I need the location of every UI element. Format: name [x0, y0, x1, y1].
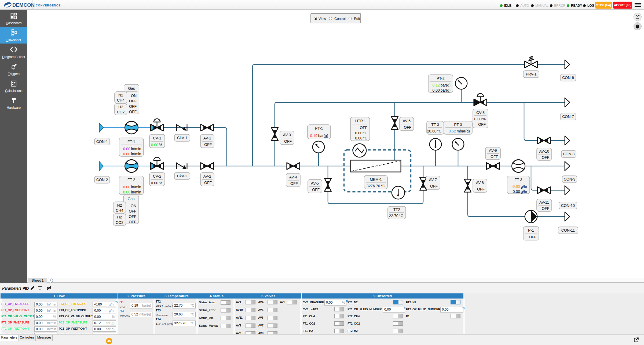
svg-text:OFF: OFF	[542, 206, 549, 211]
svg-text:PT-2: PT-2	[437, 76, 445, 81]
svg-text:0.00 %: 0.00 %	[151, 181, 162, 185]
svg-text:DEMCON: DEMCON	[12, 2, 35, 8]
svg-text:AV-8: AV-8	[476, 181, 484, 185]
svg-text:OFF: OFF	[430, 184, 438, 188]
svg-text:CO2: CO2	[116, 220, 123, 225]
svg-text:AV-6: AV-6	[403, 119, 411, 123]
svg-text:CON-7: CON-7	[562, 114, 574, 119]
svg-text:TT2: TT2	[393, 207, 400, 212]
svg-text:ON: ON	[131, 94, 137, 98]
svg-text:OFF: OFF	[404, 125, 411, 130]
svg-text:OFF: OFF	[290, 181, 298, 186]
svg-text:OFF: OFF	[204, 142, 212, 147]
svg-text:OFF: OFF	[129, 104, 137, 109]
svg-text:FT-3: FT-3	[515, 178, 522, 182]
svg-text:AV-7: AV-7	[429, 178, 437, 182]
svg-text:0.00 bar(g): 0.00 bar(g)	[433, 88, 451, 92]
svg-text:0.00 ln/min: 0.00 ln/min	[123, 190, 141, 194]
svg-text:CON-8: CON-8	[563, 152, 575, 156]
svg-text:OFF: OFF	[129, 209, 136, 213]
svg-text:PT-3: PT-3	[454, 123, 462, 127]
svg-text:CON-2: CON-2	[96, 178, 108, 182]
svg-text:PRV-1: PRV-1	[526, 72, 536, 76]
svg-text:Gas: Gas	[128, 197, 135, 201]
svg-text:0.00 ln/min: 0.00 ln/min	[123, 185, 141, 189]
svg-text:0.00 %: 0.00 %	[151, 143, 162, 147]
svg-text:0.00 ln/min: 0.00 ln/min	[123, 147, 141, 151]
svg-text:OFF: OFF	[129, 110, 137, 114]
svg-text:CV-2: CV-2	[153, 174, 161, 178]
svg-text:OFF: OFF	[129, 220, 136, 224]
svg-text:OFF: OFF	[360, 125, 367, 130]
svg-text:0.19 bar(g): 0.19 bar(g)	[310, 134, 328, 138]
svg-text:OFF: OFF	[204, 181, 212, 185]
svg-text:HTR1: HTR1	[355, 119, 365, 123]
svg-text:CH4: CH4	[116, 208, 123, 213]
svg-text:CO2: CO2	[117, 110, 125, 114]
svg-text:CON-11: CON-11	[561, 228, 575, 232]
svg-text:22.70 °C: 22.70 °C	[389, 214, 403, 218]
svg-text:OFF: OFF	[129, 214, 136, 219]
svg-text:-0.60 g/hr: -0.60 g/hr	[511, 184, 527, 189]
svg-text:OFF: OFF	[529, 235, 536, 239]
svg-text:AV-9: AV-9	[489, 148, 497, 153]
svg-text:AV-5: AV-5	[311, 181, 319, 185]
svg-text:0.00 g/hr: 0.00 g/hr	[513, 189, 528, 194]
svg-text:AV-2: AV-2	[203, 174, 211, 178]
svg-text:0.00 °C: 0.00 °C	[355, 131, 367, 135]
svg-text:CON-1: CON-1	[96, 139, 108, 144]
svg-text:0.52 mbar(g): 0.52 mbar(g)	[449, 129, 470, 133]
svg-text:N2: N2	[118, 93, 123, 97]
svg-text:OFF: OFF	[312, 188, 320, 192]
svg-text:CkV-2: CkV-2	[177, 174, 187, 178]
svg-text:H2: H2	[117, 215, 122, 219]
svg-text:N2: N2	[117, 203, 122, 207]
svg-text:P-1: P-1	[528, 228, 534, 232]
svg-text:0.00 ln/min: 0.00 ln/min	[123, 152, 141, 156]
svg-text:0.00 °C: 0.00 °C	[355, 136, 367, 140]
svg-text:CON-6: CON-6	[562, 76, 574, 80]
svg-text:H2: H2	[118, 105, 123, 109]
svg-text:Gas: Gas	[128, 86, 135, 91]
svg-text:AV-1: AV-1	[203, 136, 211, 140]
svg-text:AV-4: AV-4	[289, 175, 297, 179]
svg-text:ON: ON	[131, 204, 136, 208]
svg-text:OFF: OFF	[284, 139, 292, 143]
svg-text:CV-3: CV-3	[476, 110, 485, 115]
svg-text:OFF: OFF	[129, 99, 137, 103]
svg-text:CH4: CH4	[117, 98, 125, 102]
svg-text:OFF: OFF	[491, 154, 498, 159]
svg-text:TT-3: TT-3	[431, 123, 439, 127]
svg-text:CON-10: CON-10	[561, 203, 575, 208]
svg-text:PT-1: PT-1	[315, 126, 323, 131]
svg-text:3276.70 °C: 3276.70 °C	[367, 184, 385, 188]
svg-text:AV-3: AV-3	[283, 133, 291, 137]
svg-text:OFF: OFF	[542, 155, 549, 160]
svg-text:OFF: OFF	[478, 122, 486, 127]
svg-text:20.60 °C: 20.60 °C	[427, 129, 441, 133]
svg-text:CkV-1: CkV-1	[177, 136, 187, 140]
svg-text:CON-9: CON-9	[564, 177, 576, 181]
svg-text:OFF: OFF	[477, 187, 485, 191]
svg-text:MEM-1: MEM-1	[370, 177, 382, 182]
svg-text:AV-10: AV-10	[539, 149, 549, 153]
svg-text:FT-1: FT-1	[127, 139, 135, 144]
svg-text:0.12 bar(g): 0.12 bar(g)	[433, 83, 451, 87]
svg-text:FT-2: FT-2	[127, 178, 135, 182]
svg-text:AV-11: AV-11	[539, 200, 549, 204]
svg-text:0.00 %: 0.00 %	[474, 117, 486, 121]
svg-text:CV-1: CV-1	[153, 136, 161, 140]
